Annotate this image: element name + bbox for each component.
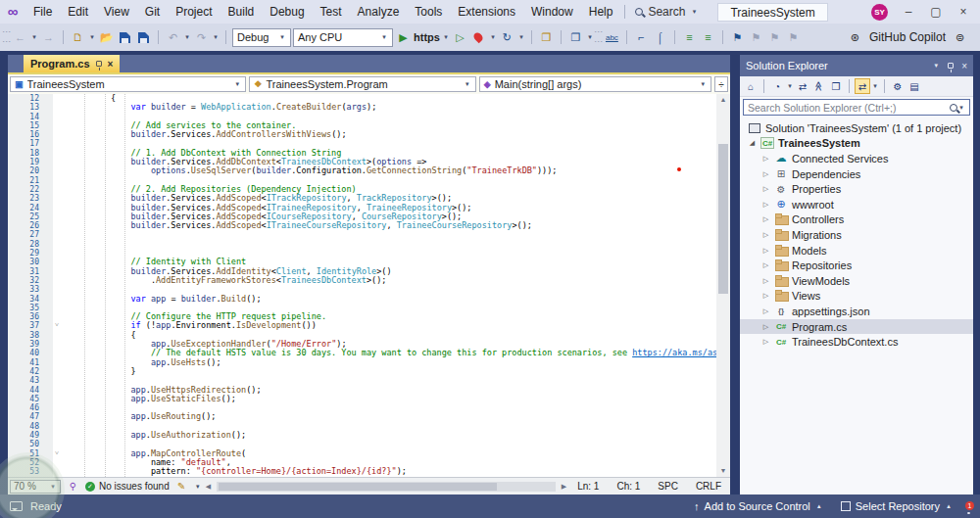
close-button[interactable]: × xyxy=(956,5,970,19)
tree-item-properties[interactable]: ▷⚙Properties xyxy=(740,181,973,197)
tree-item-program-cs[interactable]: ▷C#Program.cs xyxy=(740,319,973,335)
solution-node[interactable]: Solution 'TraineesSystem' (1 of 1 projec… xyxy=(740,120,973,136)
project-node[interactable]: ◢ C# TraineesSystem xyxy=(740,136,973,152)
tree-item-viewmodels[interactable]: ▷ViewModels xyxy=(740,273,973,289)
restart-dropdown-icon[interactable]: ▾ xyxy=(517,33,525,41)
collapsed-arrow-icon[interactable]: ▷ xyxy=(761,231,770,239)
spell-check-icon[interactable]: abc xyxy=(604,29,620,46)
scroll-down-icon[interactable]: ▼ xyxy=(720,465,727,477)
tab-program-cs[interactable]: Program.cs × xyxy=(24,55,120,72)
run-profile-label[interactable]: https xyxy=(414,31,440,43)
tree-item-models[interactable]: ▷Models xyxy=(740,243,973,259)
pending-changes-filter-icon[interactable]: ◔ xyxy=(769,78,785,94)
menu-item-project[interactable]: Project xyxy=(168,0,220,24)
preview-dropdown-icon[interactable]: ▾ xyxy=(586,33,594,41)
minimize-button[interactable]: – xyxy=(902,5,915,19)
sync-dropdown-icon[interactable]: ▾ xyxy=(871,82,879,90)
collapsed-arrow-icon[interactable]: ▷ xyxy=(761,261,770,269)
preview-changes-icon[interactable]: ❐ xyxy=(567,29,584,46)
save-all-icon[interactable] xyxy=(135,29,152,46)
menu-item-view[interactable]: View xyxy=(96,0,137,24)
navigate-forward-icon[interactable]: → xyxy=(40,29,57,46)
switch-views-icon[interactable]: ⌂ xyxy=(743,78,759,94)
code-cleanup-icon[interactable]: ✎ xyxy=(173,478,190,494)
back-dropdown-icon[interactable]: ▾ xyxy=(30,33,38,41)
pin-icon[interactable] xyxy=(96,61,102,67)
collapse-arrow-icon[interactable]: ˅ xyxy=(47,449,71,458)
sync-with-active-document-icon[interactable]: ⇄ xyxy=(855,78,870,94)
solution-configuration-select[interactable]: Debug ▾ xyxy=(232,28,291,47)
redo-dropdown-icon[interactable]: ▾ xyxy=(212,33,220,41)
menu-item-file[interactable]: File xyxy=(25,0,60,24)
toolbar-grip[interactable]: ⋮⋮ xyxy=(4,27,10,47)
notifications-button[interactable]: 1 xyxy=(964,500,968,512)
sync-namespaces-icon[interactable]: ⇄ xyxy=(795,78,810,94)
filter-dropdown-icon[interactable]: ▾ xyxy=(786,82,794,90)
chevron-down-icon[interactable]: ▾ xyxy=(194,483,202,491)
clear-bookmarks-icon[interactable]: ⚑ xyxy=(785,29,802,46)
issues-label[interactable]: No issues found xyxy=(99,481,170,492)
find-in-files-icon[interactable]: ❐ xyxy=(538,29,555,46)
pin-icon[interactable] xyxy=(948,63,954,69)
toolbar-grip[interactable]: ⋮⋮ xyxy=(596,27,602,47)
menu-item-debug[interactable]: Debug xyxy=(262,0,312,24)
toggle-bookmark-icon[interactable]: ⚑ xyxy=(729,29,746,46)
navigate-structure-icon[interactable]: ⌠ xyxy=(652,29,668,46)
menu-item-help[interactable]: Help xyxy=(581,0,621,24)
open-file-icon[interactable]: 📂 xyxy=(98,29,115,46)
window-position-icon[interactable]: ▾ xyxy=(932,62,940,70)
collapsed-arrow-icon[interactable]: ▷ xyxy=(761,185,770,193)
horizontal-scrollbar[interactable] xyxy=(217,482,556,492)
properties-icon[interactable]: ⚙ xyxy=(890,78,906,94)
menu-item-test[interactable]: Test xyxy=(313,0,350,24)
decrease-indent-icon[interactable]: ≡ xyxy=(681,29,698,46)
save-icon[interactable] xyxy=(117,29,133,46)
tree-item-views[interactable]: ▷Views xyxy=(740,289,973,305)
next-bookmark-icon[interactable]: ⚑ xyxy=(766,29,783,46)
scrollbar-thumb[interactable] xyxy=(219,483,496,491)
type-dropdown[interactable]: ❖ TraineesSystem.Program ▾ xyxy=(249,76,475,92)
collapse-arrow-icon[interactable]: ˅ xyxy=(47,321,71,330)
redo-icon[interactable]: ↷ xyxy=(193,29,210,46)
navigate-back-icon[interactable]: ← xyxy=(12,29,28,46)
show-all-files-icon[interactable]: ▤ xyxy=(906,78,922,94)
tree-item-dependencies[interactable]: ▷⊞Dependencies xyxy=(740,166,973,182)
avatar[interactable]: SY xyxy=(871,4,888,21)
collapse-all-icon[interactable]: ≪ xyxy=(811,78,827,94)
menu-item-analyze[interactable]: Analyze xyxy=(350,0,408,24)
code-editor[interactable]: 12 {13 var builder = WebApplication.Crea… xyxy=(8,94,716,477)
start-without-debug-icon[interactable]: ▷ xyxy=(452,29,468,46)
tree-item-wwwroot[interactable]: ▷⊕wwwroot xyxy=(740,197,973,212)
collapsed-arrow-icon[interactable]: ▷ xyxy=(761,307,770,315)
health-indicator-icon[interactable]: ⚲ xyxy=(65,478,81,494)
collapsed-arrow-icon[interactable]: ▷ xyxy=(761,277,770,285)
search-input[interactable] xyxy=(748,102,950,114)
titlebar-search[interactable]: Search ▾ xyxy=(629,5,704,19)
project-dropdown[interactable]: ▣ TraineesSystem ▾ xyxy=(10,76,246,92)
tree-item-repositories[interactable]: ▷Repositories xyxy=(740,258,973,273)
tree-item-traineesdbcontext-cs[interactable]: ▷C#TraineesDbContext.cs xyxy=(740,334,973,350)
scrollbar-thumb[interactable] xyxy=(718,144,728,294)
solution-explorer-search[interactable]: ▾ xyxy=(743,99,970,116)
menu-item-git[interactable]: Git xyxy=(137,0,168,24)
menu-item-tools[interactable]: Tools xyxy=(407,0,450,24)
collapsed-arrow-icon[interactable]: ▷ xyxy=(761,170,770,178)
properties-window-icon[interactable]: ❐ xyxy=(828,78,844,94)
tab-close-icon[interactable]: × xyxy=(108,59,114,70)
go-to-last-edit-icon[interactable]: ⌐ xyxy=(633,29,650,46)
maximize-button[interactable]: ▢ xyxy=(929,5,943,19)
collapsed-arrow-icon[interactable]: ▷ xyxy=(761,338,770,346)
menu-item-extensions[interactable]: Extensions xyxy=(450,0,523,24)
hot-reload-dropdown-icon[interactable]: ▾ xyxy=(489,33,497,41)
undo-dropdown-icon[interactable]: ▾ xyxy=(183,33,191,41)
run-dropdown-icon[interactable]: ▾ xyxy=(442,33,450,41)
scroll-left-icon[interactable]: ◀ xyxy=(206,483,211,491)
member-dropdown[interactable]: ◈ Main(string[] args) ▾ xyxy=(479,76,711,92)
collapsed-arrow-icon[interactable]: ▷ xyxy=(761,155,770,163)
collapsed-arrow-icon[interactable]: ▷ xyxy=(761,201,770,209)
increase-indent-icon[interactable]: ≡ xyxy=(700,29,716,46)
hot-reload-icon[interactable] xyxy=(470,29,487,46)
collapsed-arrow-icon[interactable]: ▷ xyxy=(761,323,770,331)
collapsed-arrow-icon[interactable]: ▷ xyxy=(761,292,770,300)
menu-item-edit[interactable]: Edit xyxy=(60,0,96,24)
